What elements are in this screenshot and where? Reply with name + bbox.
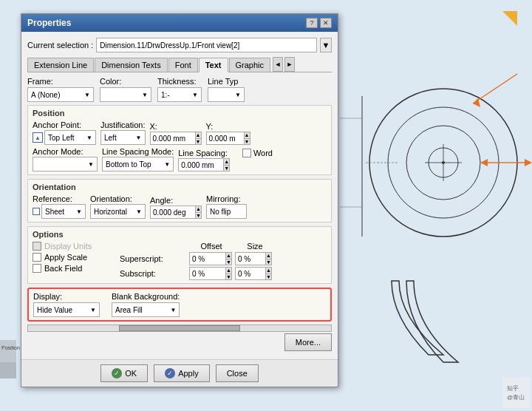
subscript-size-input[interactable]: 0 % ▲ ▼ [235,267,272,280]
ls-spin-up[interactable]: ▲ [224,159,229,166]
sup-offset-up[interactable]: ▲ [226,253,231,259]
subscript-size-value: 0 % [236,270,265,278]
blank-background-select[interactable]: Area Fill ▼ [112,302,180,317]
x-spin-down[interactable]: ▼ [196,139,201,145]
close-button[interactable]: ✕ [320,18,332,28]
word-checkbox-group: Word [242,149,273,157]
frame-label: Frame: [27,77,94,86]
more-btn-row: More... [27,333,332,351]
current-selection-input[interactable] [96,38,317,52]
display-section: Display: Hide Value ▼ Blank Background: … [27,288,332,322]
orientation-select[interactable]: Horizontal ▼ [90,204,146,219]
apply-scale-checkbox[interactable] [33,253,41,262]
x-spin-up[interactable]: ▲ [196,132,201,139]
thickness-value: 1:- [161,91,170,99]
y-spin-up[interactable]: ▲ [245,132,250,139]
apply-label: Apply [178,369,199,378]
anchor-dropdown-icon: ▼ [86,135,92,141]
thickness-label: Thickness: [157,77,202,86]
reference-select[interactable]: Sheet ▼ [41,204,86,219]
blank-background-label: Blank Background: [112,292,180,301]
line-spacing-input[interactable]: 0.000 mm ▲ ▼ [178,158,230,171]
sub-offset-down[interactable]: ▼ [226,274,231,280]
frame-dropdown-icon: ▼ [84,92,90,98]
ok-button[interactable]: ✓ OK [100,364,148,382]
display-dropdown-icon: ▼ [90,307,96,313]
current-selection-dropdown[interactable]: ▼ [320,38,332,52]
linetype-select[interactable]: ▼ [208,87,245,102]
sub-size-down[interactable]: ▼ [266,274,271,280]
line-spacing-mode-value: Bottom to Top [106,160,151,169]
subscript-label: Subscript: [120,269,186,278]
horizontal-scrollbar[interactable] [27,325,332,332]
line-spacing-label: Line Spacing: [178,149,228,157]
ls-spin-down[interactable]: ▼ [224,166,229,171]
back-field-checkbox-label: Back Field [33,264,114,273]
tab-next-button[interactable]: ► [284,57,295,72]
svg-point-7 [442,161,445,164]
sup-size-up[interactable]: ▲ [266,253,271,259]
y-spin-down[interactable]: ▼ [245,139,250,145]
scrollbar-thumb[interactable] [119,325,240,331]
angle-spin-up[interactable]: ▲ [196,206,201,213]
reference-label: Reference: [33,194,86,203]
superscript-size-input[interactable]: 0 % ▲ ▼ [235,252,272,265]
color-select[interactable]: ▼ [100,87,151,102]
tab-extension-line[interactable]: Extension Line [27,58,94,72]
anchor-mode-label: Anchor Mode: [33,147,98,156]
color-value [103,91,106,99]
word-checkbox[interactable] [242,149,251,157]
orientation-field-label: Orientation: [90,194,146,203]
display-units-label: Display Units [44,242,92,251]
dialog-titlebar: Properties ? ✕ [21,14,338,32]
tab-dimension-texts[interactable]: Dimension Texts [95,58,168,72]
tab-text[interactable]: Text [199,58,228,72]
subscript-offset-value: 0 % [190,270,225,278]
line-spacing-mode-select[interactable]: Bottom to Top ▼ [102,157,174,171]
sub-size-up[interactable]: ▲ [266,268,271,274]
sup-size-down[interactable]: ▼ [266,259,271,265]
reference-icon [33,208,40,215]
word-label: Word [253,149,273,157]
linetype-label: Line Typ [208,77,245,86]
mirroring-select[interactable]: No flip [206,204,247,219]
color-label: Color: [100,77,151,86]
frame-select[interactable]: A (None) ▼ [27,87,94,102]
help-button[interactable]: ? [306,18,318,28]
tab-font[interactable]: Font [168,58,198,72]
tabs-row: Extension Line Dimension Texts Font Text… [27,57,332,72]
y-value: 0.000 m [207,135,244,143]
sub-offset-up[interactable]: ▲ [226,268,231,274]
angle-input[interactable]: 0.000 deg ▲ ▼ [150,206,202,219]
x-input[interactable]: 0.000 mm ▲ ▼ [150,132,202,145]
subscript-offset-input[interactable]: 0 % ▲ ▼ [189,267,232,280]
blank-background-dropdown-icon: ▼ [170,307,176,313]
display-select[interactable]: Hide Value ▼ [33,302,100,317]
thickness-group: Thickness: 1:- ▼ [157,77,202,102]
justification-select[interactable]: Left ▼ [100,130,146,145]
line-spacing-mode-label: Line Spacing Mode: [102,147,174,156]
close-dialog-button[interactable]: Close [216,364,259,382]
apply-button[interactable]: ✓ Apply [154,364,210,382]
superscript-offset-input[interactable]: 0 % ▲ ▼ [189,252,232,265]
more-button[interactable]: More... [284,333,332,351]
y-input[interactable]: 0.000 m ▲ ▼ [206,132,250,145]
anchor-point-select[interactable]: Top Left ▼ [44,130,96,145]
angle-spin-down[interactable]: ▼ [196,213,201,219]
anchor-mode-select[interactable]: ▼ [33,157,98,171]
dialog-footer: ✓ OK ✓ Apply Close [21,359,338,387]
current-selection-row: Current selection : ▼ [27,38,332,52]
color-dropdown-icon: ▼ [142,92,148,98]
sup-offset-down[interactable]: ▼ [226,259,231,265]
display-units-checkbox[interactable] [33,242,41,251]
tab-nav: ◄ ► [273,57,295,72]
x-label: X: [150,122,202,131]
thickness-select[interactable]: 1:- ▼ [157,87,202,102]
back-field-checkbox[interactable] [33,264,41,273]
svg-text:@青山: @青山 [507,394,525,401]
frame-group: Frame: A (None) ▼ [27,77,94,102]
blank-background-value: Area Fill [115,306,143,314]
tab-graphic[interactable]: Graphic [229,58,271,72]
tab-prev-button[interactable]: ◄ [273,57,283,72]
justification-value: Left [104,134,117,142]
